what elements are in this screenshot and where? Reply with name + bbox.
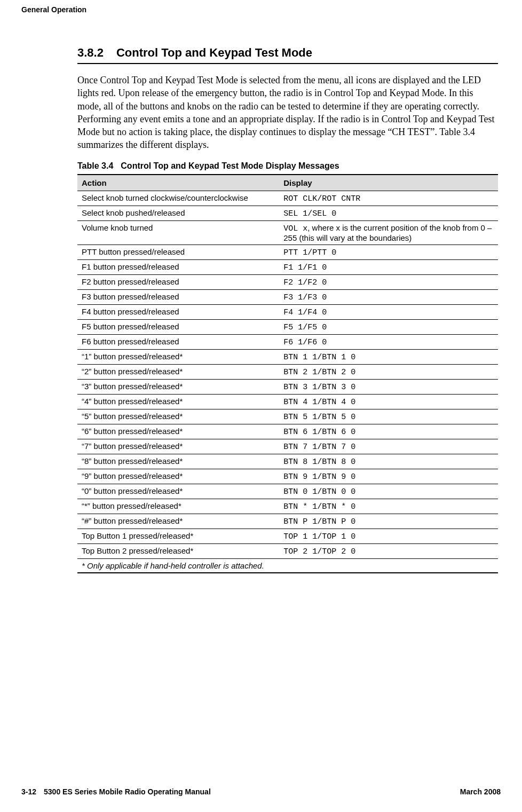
table-row: “5” button pressed/released*BTN 5 1/BTN … xyxy=(77,409,498,424)
footer-left: 3-125300 ES Series Mobile Radio Operatin… xyxy=(21,787,211,796)
display-code: VOL x xyxy=(283,224,307,233)
table-row: F6 button pressed/releasedF6 1/F6 0 xyxy=(77,334,498,349)
display-code: F2 1/F2 0 xyxy=(283,278,327,287)
cell-display: BTN 0 1/BTN 0 0 xyxy=(279,484,498,499)
table-row: F5 button pressed/releasedF5 1/F5 0 xyxy=(77,319,498,334)
cell-action: F6 button pressed/released xyxy=(77,334,279,349)
table-row: “6” button pressed/released*BTN 6 1/BTN … xyxy=(77,424,498,439)
cell-display: VOL x, where x is the current position o… xyxy=(279,220,498,245)
display-code: BTN 0 1/BTN 0 0 xyxy=(283,487,355,496)
cell-display: BTN 4 1/BTN 4 0 xyxy=(279,394,498,409)
cell-display: F3 1/F3 0 xyxy=(279,289,498,304)
display-code: BTN 3 1/BTN 3 0 xyxy=(283,383,355,392)
table-row: Volume knob turnedVOL x, where x is the … xyxy=(77,220,498,245)
table-footnote-row: * Only applicable if hand-held controlle… xyxy=(77,558,498,573)
display-messages-table: Action Display Select knob turned clockw… xyxy=(77,174,498,573)
cell-display: BTN 7 1/BTN 7 0 xyxy=(279,439,498,454)
table-caption: Table 3.4Control Top and Keypad Test Mod… xyxy=(77,161,498,171)
cell-display: F2 1/F2 0 xyxy=(279,274,498,289)
cell-action: “6” button pressed/released* xyxy=(77,424,279,439)
cell-action: Select knob pushed/released xyxy=(77,206,279,220)
cell-display: BTN 8 1/BTN 8 0 xyxy=(279,454,498,469)
cell-display: TOP 1 1/TOP 1 0 xyxy=(279,529,498,543)
table-row: “4” button pressed/released*BTN 4 1/BTN … xyxy=(77,394,498,409)
cell-display: BTN 6 1/BTN 6 0 xyxy=(279,424,498,439)
table-row: PTT button pressed/releasedPTT 1/PTT 0 xyxy=(77,245,498,259)
cell-action: “5” button pressed/released* xyxy=(77,409,279,424)
display-code: TOP 1 1/TOP 1 0 xyxy=(283,532,355,541)
section-number: 3.8.2 xyxy=(77,46,104,60)
table-row: F1 button pressed/releasedF1 1/F1 0 xyxy=(77,259,498,274)
cell-action: “8” button pressed/released* xyxy=(77,454,279,469)
display-code: F6 1/F6 0 xyxy=(283,338,327,347)
display-code: BTN 9 1/BTN 9 0 xyxy=(283,472,355,482)
cell-display: SEL 1/SEL 0 xyxy=(279,206,498,220)
body-paragraph: Once Control Top and Keypad Test Mode is… xyxy=(77,74,498,152)
cell-display: BTN 9 1/BTN 9 0 xyxy=(279,469,498,484)
table-number: Table 3.4 xyxy=(77,161,113,171)
cell-action: Top Button 1 pressed/released* xyxy=(77,529,279,543)
display-code: SEL 1/SEL 0 xyxy=(283,209,336,218)
table-row: “#” button pressed/released*BTN P 1/BTN … xyxy=(77,514,498,529)
table-row: Select knob pushed/releasedSEL 1/SEL 0 xyxy=(77,206,498,220)
cell-display: ROT CLK/ROT CNTR xyxy=(279,191,498,206)
table-row: “9” button pressed/released*BTN 9 1/BTN … xyxy=(77,469,498,484)
cell-action: Select knob turned clockwise/countercloc… xyxy=(77,191,279,206)
col-header-display: Display xyxy=(279,175,498,191)
table-title: Control Top and Keypad Test Mode Display… xyxy=(121,161,339,170)
table-body: Select knob turned clockwise/countercloc… xyxy=(77,191,498,573)
cell-action: “9” button pressed/released* xyxy=(77,469,279,484)
display-code: BTN 4 1/BTN 4 0 xyxy=(283,398,355,407)
manual-title: 5300 ES Series Mobile Radio Operating Ma… xyxy=(44,787,211,796)
display-code: BTN 2 1/BTN 2 0 xyxy=(283,368,355,377)
cell-display: BTN 2 1/BTN 2 0 xyxy=(279,364,498,379)
cell-action: F2 button pressed/released xyxy=(77,274,279,289)
display-code: F5 1/F5 0 xyxy=(283,323,327,332)
section-rule xyxy=(77,63,498,64)
cell-action: “3” button pressed/released* xyxy=(77,379,279,394)
cell-action: “#” button pressed/released* xyxy=(77,514,279,529)
page-footer: 3-125300 ES Series Mobile Radio Operatin… xyxy=(21,766,501,796)
display-code: PTT 1/PTT 0 xyxy=(283,248,336,257)
table-row: F3 button pressed/releasedF3 1/F3 0 xyxy=(77,289,498,304)
cell-display: BTN * 1/BTN * 0 xyxy=(279,499,498,514)
table-row: “7” button pressed/released*BTN 7 1/BTN … xyxy=(77,439,498,454)
table-footnote: * Only applicable if hand-held controlle… xyxy=(77,558,498,573)
cell-action: F4 button pressed/released xyxy=(77,304,279,319)
cell-action: “1” button pressed/released* xyxy=(77,349,279,364)
cell-display: F4 1/F4 0 xyxy=(279,304,498,319)
display-code: BTN * 1/BTN * 0 xyxy=(283,502,355,511)
cell-action: F1 button pressed/released xyxy=(77,259,279,274)
table-row: Top Button 2 pressed/released*TOP 2 1/TO… xyxy=(77,543,498,558)
section-heading: 3.8.2Control Top and Keypad Test Mode xyxy=(77,46,498,60)
cell-action: PTT button pressed/released xyxy=(77,245,279,259)
cell-display: BTN 1 1/BTN 1 0 xyxy=(279,349,498,364)
cell-action: Volume knob turned xyxy=(77,220,279,245)
cell-display: F1 1/F1 0 xyxy=(279,259,498,274)
table-row: “8” button pressed/released*BTN 8 1/BTN … xyxy=(77,454,498,469)
cell-display: BTN 5 1/BTN 5 0 xyxy=(279,409,498,424)
section-title: Control Top and Keypad Test Mode xyxy=(116,46,312,59)
page-number: 3-12 xyxy=(21,787,36,796)
cell-action: F5 button pressed/released xyxy=(77,319,279,334)
table-row: “*” button pressed/released*BTN * 1/BTN … xyxy=(77,499,498,514)
display-code: ROT CLK/ROT CNTR xyxy=(283,194,360,203)
cell-display: BTN P 1/BTN P 0 xyxy=(279,514,498,529)
cell-display: F5 1/F5 0 xyxy=(279,319,498,334)
cell-action: F3 button pressed/released xyxy=(77,289,279,304)
display-code: BTN 1 1/BTN 1 0 xyxy=(283,353,355,362)
table-row: “0” button pressed/released*BTN 0 1/BTN … xyxy=(77,484,498,499)
cell-action: “4” button pressed/released* xyxy=(77,394,279,409)
table-row: Select knob turned clockwise/countercloc… xyxy=(77,191,498,206)
running-head: General Operation xyxy=(21,5,501,14)
cell-display: F6 1/F6 0 xyxy=(279,334,498,349)
cell-action: “2” button pressed/released* xyxy=(77,364,279,379)
display-code: F4 1/F4 0 xyxy=(283,308,327,317)
cell-action: “0” button pressed/released* xyxy=(77,484,279,499)
table-row: “2” button pressed/released*BTN 2 1/BTN … xyxy=(77,364,498,379)
display-code: BTN 8 1/BTN 8 0 xyxy=(283,458,355,467)
display-code: TOP 2 1/TOP 2 0 xyxy=(283,547,355,556)
display-code: BTN 7 1/BTN 7 0 xyxy=(283,443,355,452)
table-row: “3” button pressed/released*BTN 3 1/BTN … xyxy=(77,379,498,394)
table-row: “1” button pressed/released*BTN 1 1/BTN … xyxy=(77,349,498,364)
